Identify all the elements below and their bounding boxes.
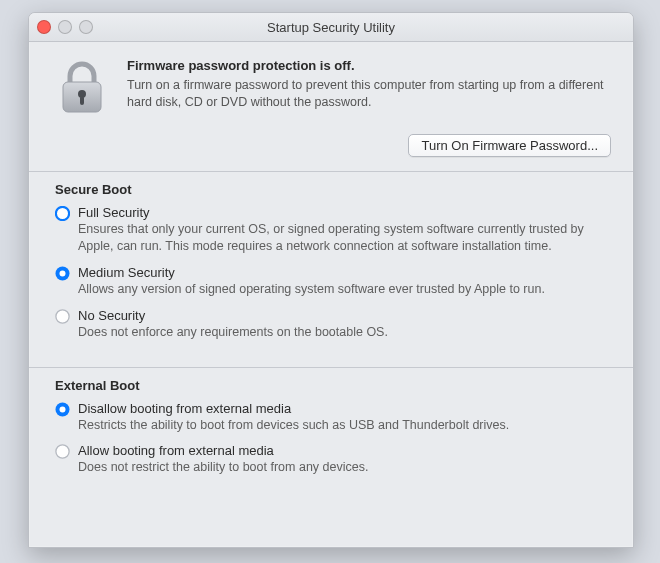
turn-on-firmware-password-button[interactable]: Turn On Firmware Password... xyxy=(408,134,611,157)
zoom-icon xyxy=(79,20,93,34)
option-desc: Ensures that only your current OS, or si… xyxy=(78,221,607,255)
external-boot-title: External Boot xyxy=(55,378,607,393)
radio-icon[interactable] xyxy=(55,444,70,459)
svg-point-3 xyxy=(56,207,69,220)
svg-point-8 xyxy=(60,406,66,412)
radio-icon[interactable] xyxy=(55,206,70,221)
option-desc: Allows any version of signed operating s… xyxy=(78,281,607,298)
firmware-body: Turn on a firmware password to prevent t… xyxy=(127,77,609,111)
option-full-security[interactable]: Full Security Ensures that only your cur… xyxy=(55,203,607,263)
window: Startup Security Utility Firmware passwo… xyxy=(28,12,634,548)
option-disallow-external[interactable]: Disallow booting from external media Res… xyxy=(55,399,607,442)
option-label: Allow booting from external media xyxy=(78,443,607,458)
lock-icon xyxy=(53,58,111,116)
external-boot-section: External Boot Disallow booting from exte… xyxy=(29,368,633,489)
minimize-icon xyxy=(58,20,72,34)
option-label: Medium Security xyxy=(78,265,607,280)
svg-point-9 xyxy=(56,445,69,458)
option-label: Full Security xyxy=(78,205,607,220)
traffic-lights xyxy=(37,20,93,34)
firmware-section: Firmware password protection is off. Tur… xyxy=(29,42,633,130)
option-desc: Does not restrict the ability to boot fr… xyxy=(78,459,607,476)
svg-point-6 xyxy=(56,310,69,323)
option-label: Disallow booting from external media xyxy=(78,401,607,416)
svg-point-5 xyxy=(60,270,66,276)
option-desc: Restricts the ability to boot from devic… xyxy=(78,417,607,434)
option-no-security[interactable]: No Security Does not enforce any require… xyxy=(55,306,607,349)
option-medium-security[interactable]: Medium Security Allows any version of si… xyxy=(55,263,607,306)
secure-boot-section: Secure Boot Full Security Ensures that o… xyxy=(29,172,633,353)
firmware-heading: Firmware password protection is off. xyxy=(127,58,609,73)
svg-rect-2 xyxy=(80,96,84,105)
radio-icon[interactable] xyxy=(55,266,70,281)
option-desc: Does not enforce any requirements on the… xyxy=(78,324,607,341)
option-label: No Security xyxy=(78,308,607,323)
radio-icon[interactable] xyxy=(55,309,70,324)
close-icon[interactable] xyxy=(37,20,51,34)
secure-boot-title: Secure Boot xyxy=(55,182,607,197)
option-allow-external[interactable]: Allow booting from external media Does n… xyxy=(55,441,607,484)
radio-icon[interactable] xyxy=(55,402,70,417)
firmware-text: Firmware password protection is off. Tur… xyxy=(127,58,609,116)
window-title: Startup Security Utility xyxy=(267,20,395,35)
titlebar: Startup Security Utility xyxy=(29,13,633,42)
